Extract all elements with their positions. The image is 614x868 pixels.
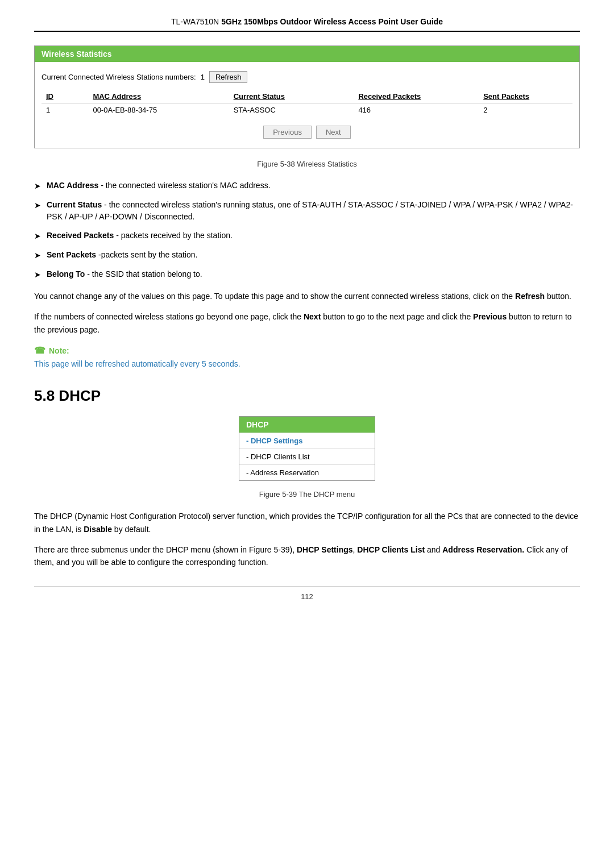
- dhcp-heading: 5.8 DHCP: [34, 387, 580, 405]
- note-label: ☎ Note:: [34, 345, 580, 356]
- bullet-content: Current Status - the connected wireless …: [47, 199, 580, 223]
- list-item: ➤ Current Status - the connected wireles…: [34, 199, 580, 223]
- col-header-status: Current Status: [229, 90, 354, 103]
- cell-recv: 416: [354, 103, 479, 117]
- refresh-button[interactable]: Refresh: [209, 71, 248, 83]
- table-header-row: ID MAC Address Current Status Received P…: [42, 90, 572, 103]
- col-header-id: ID: [42, 90, 88, 103]
- para2-mid: button to go to the next page and click …: [321, 312, 473, 321]
- wireless-stats-box: Wireless Statistics Current Connected Wi…: [34, 45, 580, 148]
- note-icon: ☎: [34, 345, 45, 356]
- dhcp-para1-bold: Disable: [84, 525, 112, 534]
- note-text: This page will be refreshed automaticall…: [34, 358, 580, 370]
- stations-row: Current Connected Wireless Stations numb…: [42, 71, 572, 83]
- pagination-row: Previous Next: [42, 126, 572, 139]
- dhcp-para2-mid2: and: [425, 545, 442, 554]
- para-navigation: If the numbers of connected wireless sta…: [34, 310, 580, 336]
- note-section: ☎ Note: This page will be refreshed auto…: [34, 345, 580, 370]
- dhcp-menu-caption: Figure 5-39 The DHCP menu: [34, 490, 580, 499]
- dhcp-menu-item[interactable]: - Address Reservation: [239, 464, 375, 480]
- dhcp-para1: The DHCP (Dynamic Host Configuration Pro…: [34, 510, 580, 535]
- page-header: TL-WA7510N 5GHz 150Mbps Outdoor Wireless…: [34, 17, 580, 32]
- list-item: ➤ Received Packets - packets received by…: [34, 230, 580, 242]
- para1-text: You cannot change any of the values on t…: [34, 292, 515, 301]
- bullet-term: Sent Packets: [47, 250, 96, 259]
- para2-text: If the numbers of connected wireless sta…: [34, 312, 304, 321]
- para2-bold1: Next: [304, 312, 321, 321]
- bullet-arrow: ➤: [34, 180, 41, 192]
- dhcp-para2-bold3: Address Reservation.: [442, 545, 524, 554]
- dhcp-para2-start: There are three submenus under the DHCP …: [34, 545, 297, 554]
- list-item: ➤ MAC Address - the connected wireless s…: [34, 180, 580, 192]
- list-item: ➤ Belong To - the SSID that station belo…: [34, 268, 580, 281]
- dhcp-para2-bold2: DHCP Clients List: [357, 545, 425, 554]
- cell-mac: 00-0A-EB-88-34-75: [88, 103, 229, 117]
- dhcp-menu-item[interactable]: - DHCP Clients List: [239, 448, 375, 464]
- para1-bold: Refresh: [515, 292, 545, 301]
- dhcp-para1-end: by default.: [112, 525, 151, 534]
- list-item: ➤ Sent Packets -packets sent by the stat…: [34, 249, 580, 261]
- page-number: 112: [34, 586, 580, 601]
- bullet-content: Sent Packets -packets sent by the statio…: [47, 249, 197, 261]
- note-label-text: Note:: [49, 346, 69, 355]
- stations-label: Current Connected Wireless Stations numb…: [42, 73, 196, 81]
- previous-button[interactable]: Previous: [263, 126, 312, 139]
- para-refresh: You cannot change any of the values on t…: [34, 290, 580, 302]
- bullet-term: Belong To: [47, 269, 85, 279]
- bullet-arrow: ➤: [34, 269, 41, 281]
- para1-end: button.: [545, 292, 571, 301]
- cell-sent: 2: [479, 103, 572, 117]
- bullet-content: Belong To - the SSID that station belong…: [47, 268, 202, 280]
- cell-status: STA-ASSOC: [229, 103, 354, 117]
- cell-id: 1: [42, 103, 88, 117]
- bullet-term: Received Packets: [47, 231, 114, 240]
- para2-bold2: Previous: [473, 312, 507, 321]
- col-header-recv: Received Packets: [354, 90, 479, 103]
- model-name: TL-WA7510N: [171, 17, 219, 26]
- next-button[interactable]: Next: [316, 126, 351, 139]
- table-row: 1 00-0A-EB-88-34-75 STA-ASSOC 416 2: [42, 103, 572, 117]
- dhcp-menu-item[interactable]: - DHCP Settings: [239, 433, 375, 448]
- bullet-content: Received Packets - packets received by t…: [47, 230, 233, 242]
- dhcp-menu-box: DHCP - DHCP Settings- DHCP Clients List-…: [239, 416, 375, 481]
- stations-count: 1: [201, 73, 205, 81]
- col-header-sent: Sent Packets: [479, 90, 572, 103]
- bullet-term: MAC Address: [47, 181, 98, 190]
- bullet-content: MAC Address - the connected wireless sta…: [47, 180, 271, 192]
- wireless-stats-body: Current Connected Wireless Stations numb…: [35, 62, 579, 148]
- stats-table: ID MAC Address Current Status Received P…: [42, 90, 572, 117]
- bullet-term: Current Status: [47, 200, 102, 209]
- bullet-list: ➤ MAC Address - the connected wireless s…: [34, 180, 580, 281]
- bullet-arrow: ➤: [34, 200, 41, 211]
- dhcp-para2-bold1: DHCP Settings: [297, 545, 353, 554]
- dhcp-para2: There are three submenus under the DHCP …: [34, 543, 580, 569]
- wireless-stats-header: Wireless Statistics: [35, 46, 579, 62]
- wireless-stats-caption: Figure 5-38 Wireless Statistics: [34, 160, 580, 168]
- dhcp-menu-header: DHCP: [239, 417, 375, 433]
- bullet-arrow: ➤: [34, 230, 41, 242]
- col-header-mac: MAC Address: [88, 90, 229, 103]
- bullet-arrow: ➤: [34, 250, 41, 261]
- header-title: 5GHz 150Mbps Outdoor Wireless Access Poi…: [221, 17, 443, 26]
